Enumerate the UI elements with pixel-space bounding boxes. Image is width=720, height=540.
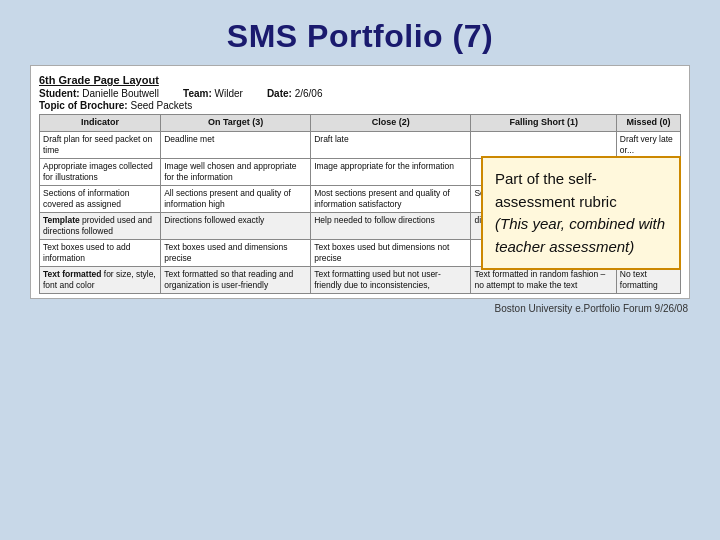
grade-label: 6th Grade Page Layout: [39, 74, 159, 86]
row-on-target: Text boxes used and dimensions precise: [161, 240, 311, 267]
row-close: Text formatting used but not user-friend…: [311, 267, 471, 294]
overlay-box: Part of the self-assessment rubric (This…: [481, 156, 681, 270]
row-close: Text boxes used but dimensions not preci…: [311, 240, 471, 267]
topic-value: Seed Packets: [130, 100, 192, 111]
topic-label: Topic of Brochure:: [39, 100, 128, 111]
row-falling-short: [471, 131, 616, 158]
row-on-target: Deadline met: [161, 131, 311, 158]
slide-title: SMS Portfolio (7): [227, 18, 493, 55]
student-value: Danielle Boutwell: [82, 88, 159, 99]
overlay-text: Part of the self-assessment rubric (This…: [495, 170, 665, 255]
row-falling-short: Text formatted in random fashion – no at…: [471, 267, 616, 294]
footer: Boston University e.Portfolio Forum 9/26…: [30, 303, 690, 314]
col-header-falling-short: Falling Short (1): [471, 115, 616, 132]
row-on-target: Image well chosen and appropriate for th…: [161, 158, 311, 185]
row-close: Help needed to follow directions: [311, 212, 471, 239]
row-indicator: Appropriate images collected for illustr…: [40, 158, 161, 185]
col-header-missed: Missed (0): [616, 115, 680, 132]
row-missed: Draft very late or...: [616, 131, 680, 158]
team-label: Team:: [183, 88, 212, 99]
row-indicator: Draft plan for seed packet on time: [40, 131, 161, 158]
row-indicator: Text boxes used to add information: [40, 240, 161, 267]
table-row: Draft plan for seed packet on time Deadl…: [40, 131, 681, 158]
col-header-close: Close (2): [311, 115, 471, 132]
col-header-on-target: On Target (3): [161, 115, 311, 132]
date-label: Date:: [267, 88, 292, 99]
slide-body: 6th Grade Page Layout Student: Danielle …: [30, 65, 690, 299]
footer-text: Boston University e.Portfolio Forum 9/26…: [495, 303, 688, 314]
row-on-target: Directions followed exactly: [161, 212, 311, 239]
table-row: Text formatted for size, style, font and…: [40, 267, 681, 294]
student-label: Student:: [39, 88, 80, 99]
row-on-target: Text formatted so that reading and organ…: [161, 267, 311, 294]
row-indicator: Text formatted for size, style, font and…: [40, 267, 161, 294]
row-close: Most sections present and quality of inf…: [311, 185, 471, 212]
doc-header: 6th Grade Page Layout Student: Danielle …: [39, 74, 681, 111]
date-value: 2/6/06: [295, 88, 323, 99]
row-on-target: All sections present and quality of info…: [161, 185, 311, 212]
row-close: Draft late: [311, 131, 471, 158]
team-value: Wilder: [215, 88, 243, 99]
row-close: Image appropriate for the information: [311, 158, 471, 185]
col-header-indicator: Indicator: [40, 115, 161, 132]
row-indicator: Template provided used and directions fo…: [40, 212, 161, 239]
row-missed: No text formatting: [616, 267, 680, 294]
row-indicator: Sections of information covered as assig…: [40, 185, 161, 212]
